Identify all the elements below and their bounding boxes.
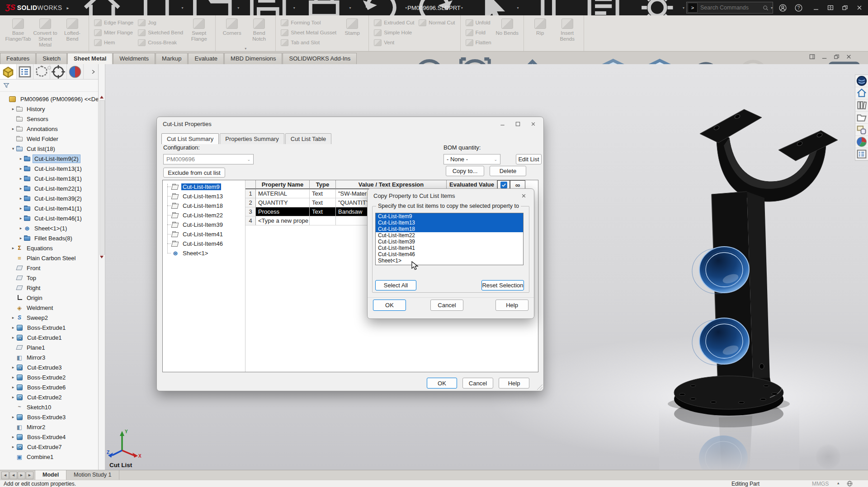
expand-arrow-icon[interactable]: ▸ — [10, 445, 16, 449]
tree-item-front[interactable]: Front — [0, 263, 98, 273]
copy-dialog-cancel-button[interactable]: Cancel — [430, 300, 463, 311]
dialog-close-button[interactable] — [525, 118, 541, 129]
ribbon-button-bend-notch[interactable]: Bend Notch — [246, 18, 272, 42]
tree-item-cut-extrude7[interactable]: ▸Cut-Extrude7 — [0, 442, 98, 452]
list-item-cut-list-item39[interactable]: Cut-List-Item39 — [376, 239, 523, 245]
dropdown-caret-icon[interactable]: ▾ — [517, 6, 519, 10]
ribbon-button-corners[interactable]: Corners — [219, 18, 245, 36]
panel-flyout-arrow-icon[interactable] — [88, 64, 98, 79]
tab-features[interactable]: Features — [0, 53, 36, 64]
bom-quantity-dropdown[interactable]: - None -⌄ — [443, 154, 500, 164]
tag-icon[interactable] — [846, 480, 853, 487]
tree-item-plain-carbon-steel[interactable]: ≡Plain Carbon Steel — [0, 253, 98, 263]
configuration-dropdown[interactable]: PM009696⌄ — [163, 154, 254, 164]
ribbon-button-simple-hole[interactable]: Simple Hole — [372, 28, 416, 37]
copy-dialog-ok-button[interactable]: OK — [373, 300, 406, 311]
expand-arrow-icon[interactable]: ▸ — [10, 415, 16, 419]
ribbon-button-base-flange-tab[interactable]: Base Flange/Tab — [5, 18, 31, 42]
ribbon-button-vent[interactable]: Vent — [372, 37, 416, 47]
dialog-maximize-button[interactable] — [510, 118, 525, 129]
expand-arrow-icon[interactable]: ▸ — [18, 216, 24, 220]
panel-tab-displaymanager[interactable] — [67, 64, 84, 79]
tree-item-boss-extrude2[interactable]: ▸Boss-Extrude2 — [0, 372, 98, 382]
tree-item-boss-extrude3[interactable]: ▸Boss-Extrude3 — [0, 412, 98, 422]
tree-item-cut-list-item46-1[interactable]: ▸Cut-List-Item46(1) — [0, 213, 98, 223]
dialog-resize-grip[interactable] — [536, 384, 542, 390]
user-account-button[interactable] — [777, 2, 789, 14]
cell-property-name[interactable]: QUANTITY — [256, 198, 310, 207]
appearances-tab[interactable] — [855, 136, 868, 148]
cut-list-items-listbox[interactable]: Cut-List-Item9Cut-List-Item13Cut-List-It… — [375, 213, 524, 265]
expand-arrow-icon[interactable]: ▸ — [18, 186, 24, 191]
tab-sheet-metal[interactable]: Sheet Metal — [67, 53, 113, 64]
edit-list-button[interactable]: Edit List — [516, 154, 542, 164]
expand-arrow-icon[interactable]: ▸ — [10, 335, 16, 340]
dialog-cancel-button[interactable]: Cancel — [462, 378, 493, 389]
last-tab-icon[interactable]: ▶ — [26, 472, 33, 479]
ribbon-overflow-icon[interactable]: ▾ — [245, 47, 246, 51]
expand-arrow-icon[interactable]: ▸ — [10, 365, 16, 370]
bottom-tab-motion-study-1[interactable]: Motion Study 1 — [66, 470, 119, 480]
ribbon-button-normal-cut[interactable]: Normal Cut — [417, 18, 457, 28]
ribbon-button-forming-tool[interactable]: Forming Tool — [279, 18, 338, 28]
expand-arrow-icon[interactable]: ▸ — [18, 226, 24, 230]
expand-arrow-icon[interactable]: ▸ — [18, 176, 24, 181]
scrollbar-thumb[interactable] — [99, 100, 105, 255]
3dexperience-tab[interactable] — [855, 75, 868, 87]
expand-arrow-icon[interactable]: ▸ — [18, 196, 24, 201]
tree-item-boss-extrude4[interactable]: ▸Boss-Extrude4 — [0, 432, 98, 442]
ribbon-button-jog[interactable]: Jog — [136, 18, 185, 28]
tree-item-cut-extrude1[interactable]: ▸Cut-Extrude1 — [0, 332, 98, 342]
dropdown-caret-icon[interactable]: ▾ — [461, 6, 463, 10]
close-window-icon[interactable] — [855, 4, 863, 12]
tree-item-sheet-1-1[interactable]: ▸⊛Sheet<1>(1) — [0, 223, 98, 233]
tree-item-right[interactable]: Right — [0, 283, 98, 293]
ribbon-button-cross-break[interactable]: Cross-Break — [136, 37, 185, 47]
tree-item-origin[interactable]: Origin — [0, 293, 98, 303]
tree-item-cut-list-item41-1[interactable]: ▸Cut-List-Item41(1) — [0, 203, 98, 213]
tab-markup[interactable]: Markup — [156, 53, 188, 64]
expand-arrow-icon[interactable]: ▸ — [10, 325, 16, 330]
ribbon-button-swept-flange[interactable]: Swept Flange — [186, 18, 212, 42]
search-input[interactable] — [699, 4, 762, 11]
ribbon-button-rip[interactable]: Rip — [527, 18, 553, 36]
show-column-checkbox[interactable] — [497, 180, 510, 189]
tab-sketch[interactable]: Sketch — [36, 53, 67, 64]
dropdown-caret-icon[interactable]: ▾ — [293, 6, 295, 10]
cell-property-name[interactable]: MATERIAL — [256, 189, 310, 198]
dropdown-caret-icon[interactable]: ▾ — [237, 6, 239, 10]
search-icon[interactable] — [762, 5, 769, 11]
dropdown-caret-icon[interactable]: ▾ — [182, 6, 184, 10]
ribbon-button-insert-bends[interactable]: Insert Bends — [554, 18, 580, 42]
first-tab-icon[interactable]: ◀ — [1, 472, 9, 479]
ribbon-button-hem[interactable]: Hem — [92, 37, 135, 47]
expand-arrow-icon[interactable]: ▸ — [10, 315, 16, 320]
tab-evaluate[interactable]: Evaluate — [188, 53, 224, 64]
expand-arrow-icon[interactable]: ▸ — [10, 435, 16, 439]
tree-item-boss-extrude1[interactable]: ▸Boss-Extrude1 — [0, 323, 98, 332]
select-all-button[interactable]: Select All — [375, 280, 416, 290]
scroll-up-icon[interactable] — [100, 96, 104, 98]
prev-tab-icon[interactable]: ◀ — [9, 472, 17, 479]
copy-dialog-help-button[interactable]: Help — [495, 300, 528, 311]
expand-arrow-icon[interactable]: ▸ — [18, 236, 24, 240]
tree-item-top[interactable]: Top — [0, 273, 98, 283]
tree-item-mirror3[interactable]: ◧Mirror3 — [0, 352, 98, 362]
dialog-help-button[interactable]: Help — [499, 378, 529, 389]
restore-document-icon[interactable] — [833, 53, 840, 61]
tab-weldments[interactable]: Weldments — [113, 53, 155, 64]
copy-dialog-close-button[interactable] — [516, 190, 531, 201]
dialog-tab-cut-list-summary[interactable]: Cut List Summary — [161, 133, 219, 144]
units-label[interactable]: MMGS — [812, 481, 829, 487]
dialog-tree-item-cut-list-item46[interactable]: Cut-List-Item46 — [163, 239, 245, 248]
cell-type[interactable]: Text — [310, 207, 336, 216]
ribbon-button-sheet-metal-gusset[interactable]: Sheet Metal Gusset — [279, 28, 338, 37]
expand-arrow-icon[interactable]: ▸ — [10, 385, 16, 389]
dialog-tree-item-cut-list-item18[interactable]: Cut-List-Item18 — [163, 201, 245, 211]
dialog-tree-item-cut-list-item41[interactable]: Cut-List-Item41 — [163, 229, 245, 239]
expand-arrow-icon[interactable]: ▸ — [10, 246, 16, 250]
tree-item-equations[interactable]: ▸ΣEquations — [0, 243, 98, 253]
tree-item-cut-list-18[interactable]: ▾Cut list(18) — [0, 144, 98, 154]
dialog-tree-item-cut-list-item39[interactable]: Cut-List-Item39 — [163, 220, 245, 229]
tree-item-fillet-beads-8[interactable]: ▸Fillet Beads(8) — [0, 233, 98, 243]
